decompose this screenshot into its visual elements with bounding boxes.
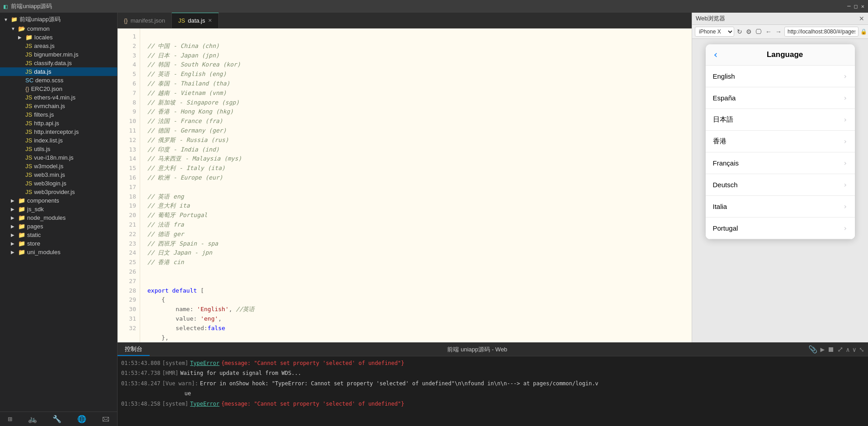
fullscreen-icon[interactable]: ⤡ xyxy=(859,346,864,353)
root-item[interactable]: ▼ 📁 前端uniapp源码 xyxy=(0,14,117,24)
phone-lang-item-japanese[interactable]: 日本語 › xyxy=(706,109,855,131)
up-icon[interactable]: ∧ xyxy=(846,346,849,353)
minimize-icon[interactable]: ─ xyxy=(847,3,850,9)
sidebar-content: ▼ 📁 前端uniapp源码 ▼ 📂 common ▶ 📁 locales xyxy=(0,13,117,412)
sidebar-item-common[interactable]: ▼ 📂 common xyxy=(0,24,117,33)
sidebar-item-web3min[interactable]: JS web3.min.js xyxy=(0,170,117,179)
browser-url-input[interactable] xyxy=(784,27,859,37)
sidebar-item-ethers[interactable]: JS ethers-v4.min.js xyxy=(0,93,117,102)
sidebar-item-bignumber[interactable]: JS bignumber.min.js xyxy=(0,50,117,59)
phone-lang-item-portugal[interactable]: Portugal › xyxy=(706,218,855,239)
tab-manifest[interactable]: {} manifest.json xyxy=(118,13,172,28)
sidebar-item-jssdk[interactable]: ▶ 📁 js_sdk xyxy=(0,205,117,213)
sidebar-item-web3provider[interactable]: JS web3provider.js xyxy=(0,188,117,196)
back-icon[interactable]: ← xyxy=(764,27,773,36)
sidebar-item-erc20[interactable]: {} ERC20.json xyxy=(0,85,117,93)
sidebar-item-vuei18n[interactable]: JS vue-i18n.min.js xyxy=(0,153,117,162)
sidebar-item-utils[interactable]: JS utils.js xyxy=(0,145,117,153)
browser-close-btn[interactable]: ✕ xyxy=(859,15,864,22)
httpinterceptor-icon: JS xyxy=(25,128,32,135)
sidebar-item-classify[interactable]: JS classify.data.js xyxy=(0,59,117,67)
ethers-label: ethers-v4.min.js xyxy=(34,94,75,101)
jssdk-arrow: ▶ xyxy=(11,207,18,212)
data-label: data.js xyxy=(34,68,51,75)
phone-lang-item-hongkong[interactable]: 香港 › xyxy=(706,131,855,152)
browser-toolbar: iPhone X iPhone SE iPad ↻ ⚙ 🖵 ← → 🔒 ⊞ xyxy=(692,25,868,39)
static-icon: 📁 xyxy=(18,232,25,238)
console-tab-label: 控制台 xyxy=(125,345,142,353)
close-icon[interactable]: ✕ xyxy=(861,3,864,9)
device-selector[interactable]: iPhone X iPhone SE iPad xyxy=(695,27,734,37)
phone-lang-item-english[interactable]: English › xyxy=(706,66,855,87)
phone-lang-item-francais[interactable]: Français › xyxy=(706,152,855,174)
tab-app-title: 前端 uniapp源码 - Web xyxy=(150,346,805,354)
phone-lang-item-deutsch[interactable]: Deutsch › xyxy=(706,174,855,196)
unimodules-arrow: ▶ xyxy=(11,250,18,255)
sidebar-item-httpinterceptor[interactable]: JS http.interceptor.js xyxy=(0,128,117,136)
sidebar-item-demo[interactable]: SC demo.scss xyxy=(0,76,117,85)
console-time-4: 01:53:48.258 xyxy=(121,399,160,408)
screen-icon[interactable]: 🖵 xyxy=(755,27,763,36)
data-tab-label: data.js xyxy=(188,17,205,24)
utils-icon: JS xyxy=(25,146,32,152)
console-error-link-4[interactable]: TypeError xyxy=(190,399,220,408)
tab-console[interactable]: 控制台 xyxy=(118,343,150,356)
sidebar-item-indexlist[interactable]: JS index.list.js xyxy=(0,136,117,145)
sidebar-icon-run[interactable]: 🚲 xyxy=(28,415,37,423)
sidebar-item-evmchain[interactable]: JS evmchain.js xyxy=(0,102,117,110)
web3min-icon: JS xyxy=(25,171,32,178)
sidebar-item-unimodules[interactable]: ▶ 📁 uni_modules xyxy=(0,248,117,256)
sidebar-item-httpapi[interactable]: JS http.api.js xyxy=(0,119,117,128)
sidebar-icon-extension[interactable]: 🌐 xyxy=(77,415,86,423)
sidebar-item-locales[interactable]: ▶ 📁 locales xyxy=(0,33,117,42)
sidebar-item-w3model[interactable]: JS w3model.js xyxy=(0,162,117,170)
console-time-3: 01:53:48.247 xyxy=(121,379,160,388)
sidebar-item-areas[interactable]: JS areas.js xyxy=(0,42,117,50)
tab-data[interactable]: JS data.js ✕ xyxy=(172,13,218,28)
data-icon: JS xyxy=(25,68,32,75)
play-icon[interactable]: ▶ xyxy=(820,345,825,354)
lock-icon: 🔒 xyxy=(860,28,867,35)
forward-icon[interactable]: → xyxy=(774,27,783,36)
lang-name-italia: Italia xyxy=(713,203,843,210)
app-title: 前端uniapp源码 xyxy=(11,2,52,10)
console-time-1: 01:53:43.808 xyxy=(121,359,160,368)
maximize-icon[interactable]: □ xyxy=(854,3,858,9)
console-error-link-1[interactable]: TypeError xyxy=(190,359,220,368)
sidebar-item-components[interactable]: ▶ 📁 components xyxy=(0,196,117,205)
nodemodules-arrow: ▶ xyxy=(11,215,18,220)
stop-icon[interactable]: ⏹ xyxy=(827,345,835,354)
locales-arrow: ▶ xyxy=(18,35,25,40)
console-msg-2: Waiting for update signal from WDS... xyxy=(180,369,301,378)
sidebar-item-filters[interactable]: JS filters.js xyxy=(0,110,117,119)
console-line-4: 01:53:48.258 [system] TypeError {message… xyxy=(121,399,864,409)
sidebar-item-web3login[interactable]: JS web3login.js xyxy=(0,179,117,188)
sidebar-item-data[interactable]: JS data.js xyxy=(0,67,117,76)
refresh-icon[interactable]: ↻ xyxy=(736,27,743,36)
sidebar-item-pages[interactable]: ▶ 📁 pages xyxy=(0,222,117,231)
sidebar-item-store[interactable]: ▶ 📁 store xyxy=(0,239,117,248)
sidebar-icon-terminal[interactable]: ⊞ xyxy=(8,415,12,423)
attach-icon[interactable]: 📎 xyxy=(808,345,817,354)
bottom-tabs-bar: 控制台 前端 uniapp源码 - Web 📎 ▶ ⏹ ⤢ ∧ ∨ ⤡ xyxy=(118,343,868,356)
chevron-right-icon-francais: › xyxy=(843,159,848,167)
sidebar-item-static[interactable]: ▶ 📁 static xyxy=(0,231,117,239)
phone-lang-item-espana[interactable]: España › xyxy=(706,87,855,109)
evmchain-icon: JS xyxy=(25,103,32,109)
phone-back-btn[interactable]: ‹ xyxy=(713,50,719,60)
browser-panel: Web浏览器 ✕ iPhone X iPhone SE iPad ↻ ⚙ 🖵 xyxy=(692,13,868,342)
sidebar-icon-more[interactable]: 🖂 xyxy=(102,415,109,423)
close-tab-icon[interactable]: ✕ xyxy=(208,18,212,24)
code-text[interactable]: // 中国 - China (chn) // 日本 - Japan (jpn) … xyxy=(140,28,692,342)
sidebar-item-nodemodules[interactable]: ▶ 📁 node_modules xyxy=(0,213,117,222)
app-icon: ◧ xyxy=(4,3,7,10)
phone-lang-item-italia[interactable]: Italia › xyxy=(706,196,855,218)
settings-icon[interactable]: ⚙ xyxy=(745,27,753,36)
console-source-2: [HMR] xyxy=(162,369,179,378)
bottom-panel: 控制台 前端 uniapp源码 - Web 📎 ▶ ⏹ ⤢ ∧ ∨ ⤡ xyxy=(118,342,868,426)
down-icon[interactable]: ∨ xyxy=(853,346,856,353)
sidebar-icon-debug[interactable]: 🔧 xyxy=(52,415,61,423)
evmchain-label: evmchain.js xyxy=(34,103,65,109)
external-icon[interactable]: ⤢ xyxy=(837,345,843,354)
app-container: ◧ 前端uniapp源码 ─ □ ✕ ▼ 📁 前端uniapp源码 ▼ 📂 co xyxy=(0,0,868,426)
